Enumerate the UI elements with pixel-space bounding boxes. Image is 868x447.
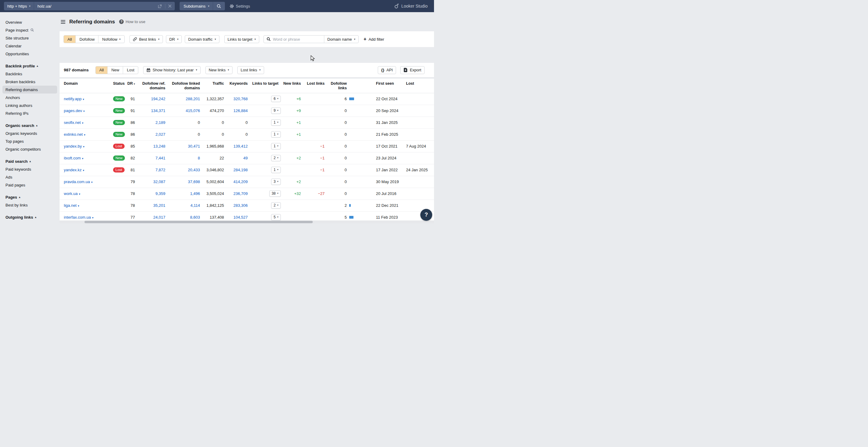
sidebar-section-backlink-profile[interactable]: Backlink profile▴ <box>2 62 57 70</box>
sidebar-item-opportunities[interactable]: Opportunities <box>2 50 57 58</box>
domain-link[interactable]: liga.net <box>64 203 76 208</box>
domain-link[interactable]: pravda.com.ua <box>64 179 90 184</box>
sidebar-section-pages[interactable]: Pages▴ <box>2 193 57 201</box>
links-to-target-select[interactable]: 6▾ <box>271 96 281 102</box>
dofollow-linked-link[interactable]: 30,471 <box>188 144 200 148</box>
column-header-dofollow-ref[interactable]: Dofollow ref. domains <box>136 79 166 93</box>
links-to-target-select[interactable]: 1▾ <box>271 119 281 126</box>
column-header-lost[interactable]: Lost <box>404 79 434 93</box>
protocol-dropdown[interactable]: http + https ▾ <box>4 2 34 10</box>
lost-links-value[interactable]: −27 <box>318 191 324 196</box>
dofollow-ref-link[interactable]: 2,027 <box>155 132 165 137</box>
links-to-target-select[interactable]: 9▾ <box>271 107 281 114</box>
new-links-dropdown[interactable]: New links ▾ <box>206 66 232 74</box>
links-to-target-select[interactable]: 2▾ <box>271 202 281 209</box>
best-links-filter[interactable]: Best links ▾ <box>129 35 163 43</box>
keywords-link[interactable]: 320,768 <box>234 97 248 101</box>
column-header-lost-links[interactable]: Lost links <box>302 79 326 93</box>
sidebar-item-ads[interactable]: Ads <box>2 173 57 181</box>
links-to-target-select[interactable]: 38▾ <box>269 191 281 197</box>
sidebar-item-referring-domains[interactable]: Referring domains <box>2 85 57 94</box>
menu-icon[interactable] <box>61 20 65 24</box>
links-to-target-select[interactable]: 5▾ <box>271 214 281 220</box>
keywords-link[interactable]: 126,884 <box>234 108 248 113</box>
sidebar-item-best-by-links[interactable]: Best by links <box>2 201 57 209</box>
dofollow-linked-link[interactable]: 8 <box>198 156 200 160</box>
horizontal-scrollbar-thumb[interactable] <box>85 221 313 223</box>
dofollow-ref-link[interactable]: 134,371 <box>151 108 165 113</box>
settings-button[interactable]: Settings <box>229 4 250 8</box>
keywords-link[interactable]: 104,527 <box>234 215 248 219</box>
column-header-links-to-target[interactable]: Links to target <box>249 79 283 93</box>
chevron-down-icon[interactable]: ▾ <box>83 169 85 172</box>
show-history-dropdown[interactable]: Show history: Last year ▾ <box>143 66 200 74</box>
follow-tab-all[interactable]: All <box>64 36 75 43</box>
follow-tab-dofollow[interactable]: Dofollow <box>75 36 98 43</box>
status-tab-new[interactable]: New <box>107 67 123 74</box>
dofollow-ref-link[interactable]: 32,087 <box>153 179 165 184</box>
sidebar-item-site-structure[interactable]: Site structure <box>2 34 57 42</box>
chevron-down-icon[interactable]: ▾ <box>82 157 84 160</box>
dofollow-linked-link[interactable]: 288,201 <box>186 97 200 101</box>
sidebar-section-paid-search[interactable]: Paid search▴ <box>2 157 57 165</box>
domain-link[interactable]: seoflx.net <box>64 120 81 125</box>
domain-link[interactable]: netlify.app <box>64 97 82 101</box>
column-header-new-links[interactable]: New links <box>283 79 302 93</box>
chevron-down-icon[interactable]: ▾ <box>82 122 84 125</box>
lost-links-value[interactable]: −1 <box>320 156 324 160</box>
dofollow-ref-link[interactable]: 2,189 <box>155 120 165 125</box>
chevron-down-icon[interactable]: ▾ <box>83 145 85 148</box>
sidebar-item-linked-domains[interactable]: Linked domains <box>2 221 57 224</box>
search-input[interactable] <box>273 37 324 42</box>
domain-traffic-filter[interactable]: Domain traffic ▾ <box>185 35 219 43</box>
dofollow-linked-link[interactable]: 4,114 <box>190 203 200 208</box>
links-to-target-select[interactable]: 1▾ <box>271 131 281 138</box>
links-to-target-filter[interactable]: Links to target ▾ <box>224 35 259 43</box>
sidebar-item-backlinks[interactable]: Backlinks <box>2 70 57 78</box>
new-links-value[interactable]: +2 <box>296 156 301 160</box>
chevron-down-icon[interactable]: ▾ <box>92 216 94 219</box>
follow-tab-nofollow[interactable]: Nofollow▾ <box>98 36 124 43</box>
api-button[interactable]: {} API <box>378 66 396 74</box>
dr-filter[interactable]: DR ▾ <box>166 35 182 43</box>
sidebar-item-calendar[interactable]: Calendar <box>2 42 57 50</box>
keywords-link[interactable]: 283,306 <box>234 203 248 208</box>
new-links-value[interactable]: +32 <box>294 191 301 196</box>
domain-link[interactable]: work.ua <box>64 191 78 196</box>
column-header-first-seen[interactable]: First seen <box>374 79 404 93</box>
links-to-target-select[interactable]: 1▾ <box>271 167 281 173</box>
sidebar-section-organic-search[interactable]: Organic search▴ <box>2 122 57 129</box>
column-header-keywords[interactable]: Keywords <box>225 79 249 93</box>
scope-dropdown[interactable]: Subdomains ▾ <box>180 4 213 8</box>
new-links-value[interactable]: +9 <box>296 108 301 113</box>
export-button[interactable]: Export <box>400 66 425 74</box>
dofollow-ref-link[interactable]: 9,359 <box>155 191 165 196</box>
chevron-down-icon[interactable]: ▾ <box>79 193 81 196</box>
links-to-target-select[interactable]: 2▾ <box>271 155 281 161</box>
sidebar-item-organic-keywords[interactable]: Organic keywords <box>2 129 57 137</box>
sidebar-item-page-inspect[interactable]: Page inspect <box>2 26 57 34</box>
how-to-use-link[interactable]: ? How to use <box>119 20 145 24</box>
new-links-value[interactable]: +1 <box>296 132 301 137</box>
chevron-down-icon[interactable]: ▾ <box>84 133 85 136</box>
domain-link[interactable]: exlinko.net <box>64 132 83 137</box>
new-links-value[interactable]: +1 <box>296 120 301 125</box>
column-header-dr[interactable]: DR▾ <box>125 79 136 93</box>
external-link-icon[interactable] <box>158 4 162 8</box>
clear-url-icon[interactable] <box>168 4 172 8</box>
looker-studio-link[interactable]: Looker Studio <box>394 3 428 9</box>
new-links-value[interactable]: +6 <box>296 97 301 101</box>
chevron-down-icon[interactable]: ▾ <box>91 181 93 184</box>
sidebar-item-anchors[interactable]: Anchors <box>2 94 57 101</box>
column-header-dofollow-linked[interactable]: Dofollow linked domains <box>166 79 201 93</box>
lost-links-value[interactable]: −1 <box>320 168 324 172</box>
domain-link[interactable]: interfax.com.ua <box>64 215 91 219</box>
chevron-down-icon[interactable]: ▾ <box>78 204 79 207</box>
help-button[interactable]: ? <box>420 209 432 221</box>
column-header-traffic[interactable]: Traffic <box>201 79 225 93</box>
search-button[interactable] <box>213 2 225 10</box>
keywords-link[interactable]: 236,709 <box>234 191 248 196</box>
dofollow-ref-link[interactable]: 7,441 <box>155 156 165 160</box>
status-tab-all[interactable]: All <box>96 67 107 74</box>
keywords-link[interactable]: 139,412 <box>234 144 248 148</box>
